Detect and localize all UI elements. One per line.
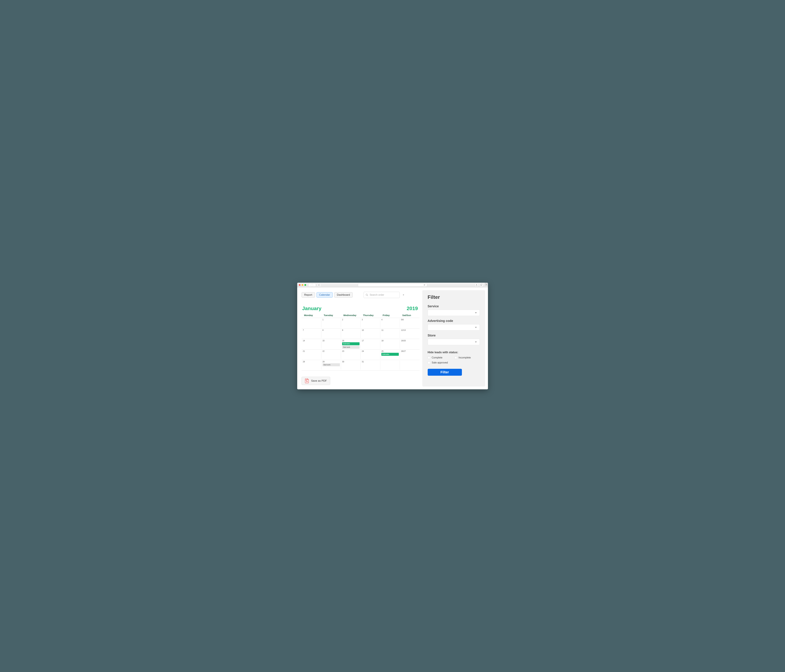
calendar-cell[interactable]: 18 (380, 339, 400, 349)
checkbox-sale-approved[interactable]: Sale approved (428, 361, 453, 364)
calendar-cell[interactable]: 1 (321, 318, 341, 328)
calendar-cell[interactable]: 23 (341, 349, 360, 360)
traffic-lights (299, 284, 306, 286)
day-number: 30 (342, 361, 360, 363)
day-number: 16 (342, 340, 360, 342)
filter-button[interactable]: Filter (428, 369, 462, 376)
calendar-cell[interactable]: 30 (341, 360, 360, 370)
checkbox-icon (428, 362, 430, 364)
svg-rect-5 (481, 284, 482, 285)
calendar-cell[interactable]: 9 (341, 329, 360, 339)
day-number: 18 (382, 340, 399, 342)
calendar-cell[interactable]: 25Estimates (380, 349, 400, 360)
content: Report Calendar Dashboard + January 2019… (297, 287, 488, 389)
main-area: Report Calendar Dashboard + January 2019… (297, 287, 422, 389)
back-button[interactable]: ‹ (308, 284, 312, 287)
day-number: 21 (303, 350, 320, 352)
titlebar-right: + (475, 284, 486, 287)
tabs-row: Report Calendar Dashboard + (302, 292, 419, 298)
checkbox-complete[interactable]: Complete (428, 356, 453, 359)
checkbox-label: Complete (432, 356, 443, 359)
calendar-cell[interactable]: 10 (360, 329, 380, 339)
tabs-button[interactable] (480, 284, 483, 287)
calendar-cell[interactable]: 7 (302, 329, 321, 339)
calendar-cell[interactable]: 8 (321, 329, 341, 339)
search-input[interactable] (369, 293, 397, 296)
checkbox-incomplete[interactable]: Incomplete (455, 356, 480, 359)
calendar-cell[interactable]: 3 (360, 318, 380, 328)
calendar-cell[interactable]: 15 (321, 339, 341, 349)
calendar-cell[interactable] (302, 318, 321, 328)
day-number: 31 (362, 361, 379, 363)
calendar-grid: Monday Tuesday Wednesday Thursday Friday… (302, 314, 419, 371)
advertising-code-select[interactable] (428, 324, 480, 331)
url-bar[interactable]: ⟳ (358, 284, 427, 287)
day-number: 14 (303, 340, 320, 342)
new-tab-button[interactable]: + (485, 283, 488, 286)
search-box[interactable] (364, 292, 400, 298)
calendar-cell[interactable]: 14 (302, 339, 321, 349)
calendar-cell[interactable]: 11 (380, 329, 400, 339)
calendar-year: 2019 (407, 306, 418, 311)
calendar-event[interactable]: Estimates (342, 342, 360, 345)
calendar-event[interactable]: Start work (342, 346, 360, 349)
save-as-pdf-button[interactable]: PDF Save as PDF (302, 377, 330, 385)
calendar-cell[interactable]: 24 (360, 349, 380, 360)
tab-dashboard[interactable]: Dashboard (334, 292, 353, 298)
calendar-cell[interactable] (400, 360, 419, 370)
day-header: Thursday (360, 314, 380, 317)
calendar-cell[interactable]: 19/20 (400, 339, 419, 349)
store-select[interactable] (428, 339, 480, 345)
browser-window: ‹ › ⟳ + Report Calendar Dashboard (297, 283, 488, 389)
tab-calendar[interactable]: Calendar (316, 292, 333, 298)
day-number: 4 (382, 319, 399, 321)
calendar-cell[interactable]: 4 (380, 318, 400, 328)
calendar-cell[interactable]: 16EstimatesStart work (341, 339, 360, 349)
pdf-icon: PDF (305, 379, 309, 383)
day-number: 10 (362, 329, 379, 331)
calendar-cell[interactable]: 5/6 (400, 318, 419, 328)
service-select[interactable] (428, 310, 480, 316)
checkbox-icon (428, 356, 430, 359)
calendar-cell[interactable] (380, 360, 400, 370)
refresh-icon[interactable]: ⟳ (424, 284, 425, 286)
add-order-button[interactable]: + (402, 293, 405, 297)
search-wrap: + (364, 292, 405, 298)
tab-report[interactable]: Report (302, 292, 315, 298)
day-number: 19/20 (401, 340, 418, 342)
filter-field-label-store: Store (428, 334, 480, 337)
day-number: 12/13 (401, 329, 418, 331)
calendar-week: 789101112/13 (302, 328, 419, 339)
sidebar-toggle-button[interactable] (317, 284, 321, 287)
calendar-month: January (302, 306, 322, 311)
checkbox-label: Sale approved (432, 361, 448, 364)
hide-leads-title: Hide leads with status: (428, 351, 480, 354)
share-button[interactable] (475, 284, 479, 287)
maximize-window-icon[interactable] (305, 284, 306, 286)
close-window-icon[interactable] (299, 284, 300, 286)
search-icon (366, 293, 368, 296)
calendar-cell[interactable]: 21 (302, 349, 321, 360)
svg-rect-0 (318, 284, 320, 285)
calendar-cell[interactable]: 26/27 (400, 349, 419, 360)
svg-text:PDF: PDF (306, 380, 307, 380)
calendar-week: 12345/6 (302, 318, 419, 328)
calendar-cell[interactable]: 2 (341, 318, 360, 328)
day-number: 22 (322, 350, 340, 352)
calendar-cell[interactable]: 31 (360, 360, 380, 370)
calendar-cell[interactable]: 22 (321, 349, 341, 360)
chevron-down-icon (475, 312, 477, 313)
calendar-cell[interactable]: 12/13 (400, 329, 419, 339)
day-header: Sat/Sun (400, 314, 419, 317)
day-number: 25 (382, 350, 399, 352)
calendar-event[interactable]: Start work (322, 363, 340, 366)
minimize-window-icon[interactable] (302, 284, 303, 286)
day-number: 7 (303, 329, 320, 331)
calendar-cell[interactable]: 28 (302, 360, 321, 370)
calendar-event[interactable]: Estimates (382, 353, 399, 356)
svg-point-6 (366, 294, 367, 296)
forward-button[interactable]: › (312, 284, 316, 287)
calendar-cell[interactable]: 29Start work (321, 360, 341, 370)
calendar-week: 2829Start work3031 (302, 360, 419, 371)
calendar-cell[interactable]: 17 (360, 339, 380, 349)
